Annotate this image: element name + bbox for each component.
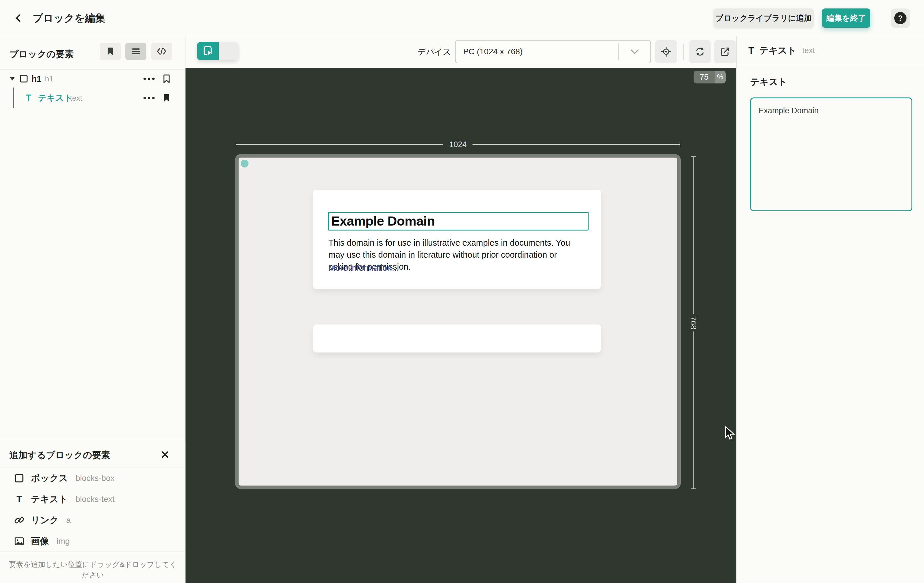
code-icon	[157, 48, 166, 55]
device-select[interactable]: PC (1024 x 768)	[455, 40, 651, 63]
add-to-library-button[interactable]: ブロックライブラリに追加	[713, 8, 814, 28]
selected-h1-element[interactable]: Example Domain	[328, 212, 589, 231]
height-ruler-label: 768	[685, 316, 702, 329]
select-tool-button[interactable]	[197, 42, 219, 60]
page-heading: Example Domain	[329, 214, 435, 229]
finish-editing-button[interactable]: 編集を終了	[822, 8, 870, 28]
divider	[0, 69, 185, 70]
width-ruler: 1024	[236, 140, 680, 149]
locate-target-icon	[661, 47, 671, 56]
tree-item-label: h1	[31, 74, 41, 84]
tree-item-text-selected[interactable]: T テキスト text	[0, 91, 185, 105]
more-information-link[interactable]: More information...	[328, 263, 399, 273]
zoom-value: 75	[694, 71, 714, 83]
inspector-header: T テキスト text	[737, 36, 924, 65]
zoom-unit: %	[714, 71, 726, 83]
text-element-icon: T	[14, 494, 25, 504]
zoom-control[interactable]: 75 %	[694, 71, 726, 83]
box-element-icon	[14, 474, 25, 482]
add-item-tag: blocks-box	[76, 474, 115, 483]
block-editor-app: ブロックを編集 ブロックライブラリに追加 編集を終了 ? ブロックの要素	[0, 0, 924, 583]
tree-item-tag: h1	[45, 74, 53, 83]
add-block-elements-panel: 追加するブロックの要素 ボックス blocks-box T テキスト block…	[0, 441, 185, 583]
inspector-panel: T テキスト text テキスト Example Domain	[736, 36, 924, 583]
select-cursor-icon	[203, 46, 213, 56]
caret-down-icon[interactable]	[10, 77, 15, 81]
text-section-label: テキスト	[750, 76, 787, 88]
view-bookmarks-toggle[interactable]	[100, 43, 121, 60]
view-tree-toggle[interactable]	[125, 43, 147, 60]
refresh-icon	[695, 47, 705, 56]
divider	[0, 467, 185, 467]
list-icon	[132, 48, 140, 55]
add-item-label: テキスト	[31, 493, 68, 505]
open-external-button[interactable]	[714, 40, 736, 63]
more-options-button[interactable]	[144, 76, 158, 82]
view-code-toggle[interactable]	[151, 43, 172, 60]
mouse-cursor	[724, 426, 736, 441]
inspector-type-tag: text	[802, 46, 815, 55]
add-item-label: ボックス	[31, 472, 68, 484]
preview-tool-button[interactable]	[219, 42, 238, 60]
refresh-button[interactable]	[689, 40, 711, 63]
empty-block-card[interactable]	[313, 324, 601, 352]
divider	[683, 44, 684, 60]
tree-item-tag: text	[70, 94, 82, 103]
external-link-icon	[720, 47, 730, 56]
more-options-button[interactable]	[144, 95, 158, 101]
bookmark-icon	[106, 47, 114, 56]
chevron-left-icon	[14, 14, 23, 23]
canvas-toolbar: デバイス PC (1024 x 768)	[185, 36, 736, 68]
center-canvas-button[interactable]	[655, 40, 677, 63]
inspector-type-label: テキスト	[759, 45, 797, 56]
page-content-card[interactable]: Example Domain This domain is for use in…	[313, 190, 601, 289]
add-panel-title: 追加するブロックの要素	[9, 446, 110, 464]
add-item-tag: blocks-text	[76, 495, 115, 504]
link-icon	[14, 515, 25, 525]
add-item-tag: a	[66, 515, 71, 525]
page-preview-frame[interactable]: Example Domain This domain is for use in…	[235, 154, 681, 489]
canvas-viewport[interactable]: 75 % 1024 768 Example Domain This domain…	[185, 68, 736, 583]
add-item-link[interactable]: リンク a	[0, 510, 185, 530]
height-ruler: 768	[689, 156, 698, 489]
sidebar-title: ブロックの要素	[9, 42, 74, 66]
help-icon: ?	[894, 12, 906, 24]
page-title: ブロックを編集	[33, 0, 105, 36]
drag-drop-hint: 要素を追加したい位置にドラッグ&ドロップしてください	[0, 559, 185, 580]
selection-handle-dot[interactable]	[241, 160, 249, 167]
bookmark-outline-icon[interactable]	[163, 74, 170, 83]
width-ruler-label: 1024	[443, 140, 472, 149]
image-icon	[14, 537, 25, 545]
tree-item-h1[interactable]: h1 h1	[0, 72, 185, 86]
add-item-text[interactable]: T テキスト blocks-text	[0, 489, 185, 509]
add-item-label: リンク	[31, 514, 59, 527]
text-element-icon: T	[26, 93, 31, 103]
close-icon	[161, 451, 169, 458]
add-item-tag: img	[56, 537, 70, 546]
divider	[0, 551, 185, 552]
add-item-box[interactable]: ボックス blocks-box	[0, 468, 185, 489]
text-content-textarea[interactable]: Example Domain	[750, 97, 912, 211]
block-elements-sidebar: ブロックの要素 h1 h1	[0, 36, 185, 583]
box-element-icon	[20, 75, 28, 83]
close-button[interactable]	[157, 447, 173, 462]
topbar: ブロックを編集 ブロックライブラリに追加 編集を終了 ?	[0, 0, 924, 36]
text-element-icon: T	[748, 45, 754, 56]
help-button[interactable]: ?	[891, 8, 910, 28]
tree-item-label: テキスト	[38, 92, 73, 104]
back-button[interactable]	[10, 10, 27, 26]
chevron-down-icon	[619, 49, 650, 54]
add-item-label: 画像	[31, 535, 49, 547]
add-item-image[interactable]: 画像 img	[0, 531, 185, 552]
bookmark-filled-icon[interactable]	[163, 93, 170, 103]
device-select-value: PC (1024 x 768)	[463, 47, 618, 56]
tool-mode-segmented-control	[197, 42, 238, 60]
device-label: デバイス	[417, 36, 451, 68]
